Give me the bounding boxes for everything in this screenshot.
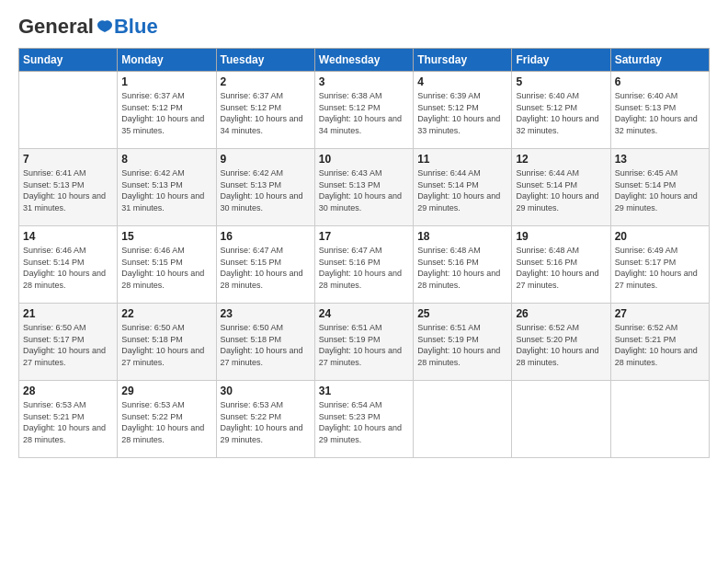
day-number: 5 <box>516 75 606 88</box>
day-info: Sunrise: 6:37 AMSunset: 5:12 PMDaylight:… <box>221 91 303 135</box>
day-info: Sunrise: 6:44 AMSunset: 5:14 PMDaylight:… <box>516 168 598 213</box>
day-info: Sunrise: 6:42 AMSunset: 5:13 PMDaylight:… <box>221 168 303 213</box>
day-number: 12 <box>516 153 606 166</box>
calendar-cell: 12 Sunrise: 6:44 AMSunset: 5:14 PMDaylig… <box>512 149 610 226</box>
day-number: 13 <box>615 153 705 166</box>
calendar-cell: 28 Sunrise: 6:53 AMSunset: 5:21 PMDaylig… <box>19 381 118 458</box>
calendar-cell: 30 Sunrise: 6:53 AMSunset: 5:22 PMDaylig… <box>216 381 314 458</box>
calendar-cell: 3 Sunrise: 6:38 AMSunset: 5:12 PMDayligh… <box>314 72 413 149</box>
day-number: 1 <box>121 75 211 88</box>
calendar-cell <box>512 381 610 458</box>
day-info: Sunrise: 6:53 AMSunset: 5:22 PMDaylight:… <box>121 400 204 444</box>
page: General Blue SundayMondayTuesdayWednesda… <box>0 0 728 563</box>
day-info: Sunrise: 6:51 AMSunset: 5:19 PMDaylight:… <box>319 323 402 367</box>
day-number: 30 <box>221 385 311 397</box>
day-number: 19 <box>516 230 606 243</box>
day-info: Sunrise: 6:46 AMSunset: 5:14 PMDaylight:… <box>23 246 106 290</box>
logo-blue-text: Blue <box>114 15 158 39</box>
day-info: Sunrise: 6:50 AMSunset: 5:18 PMDaylight:… <box>121 323 204 367</box>
calendar-cell: 5 Sunrise: 6:40 AMSunset: 5:12 PMDayligh… <box>512 72 610 149</box>
day-info: Sunrise: 6:40 AMSunset: 5:13 PMDaylight:… <box>615 91 698 135</box>
weekday-header: Thursday <box>414 49 512 72</box>
day-number: 3 <box>319 75 409 88</box>
weekday-header: Monday <box>118 49 216 72</box>
weekday-header: Friday <box>512 49 610 72</box>
day-number: 9 <box>221 153 311 166</box>
day-info: Sunrise: 6:50 AMSunset: 5:18 PMDaylight:… <box>221 323 303 367</box>
logo: General Blue <box>18 15 158 39</box>
day-number: 4 <box>417 75 507 88</box>
weekday-header: Wednesday <box>314 49 413 72</box>
calendar-cell: 31 Sunrise: 6:54 AMSunset: 5:23 PMDaylig… <box>314 381 413 458</box>
calendar-cell: 2 Sunrise: 6:37 AMSunset: 5:12 PMDayligh… <box>216 72 314 149</box>
calendar-cell: 16 Sunrise: 6:47 AMSunset: 5:15 PMDaylig… <box>216 226 314 304</box>
day-info: Sunrise: 6:37 AMSunset: 5:12 PMDaylight:… <box>121 91 204 135</box>
calendar-cell: 24 Sunrise: 6:51 AMSunset: 5:19 PMDaylig… <box>314 304 413 381</box>
calendar-cell: 25 Sunrise: 6:51 AMSunset: 5:19 PMDaylig… <box>414 304 512 381</box>
weekday-header-row: SundayMondayTuesdayWednesdayThursdayFrid… <box>19 49 710 72</box>
day-number: 17 <box>319 230 409 243</box>
calendar-cell: 29 Sunrise: 6:53 AMSunset: 5:22 PMDaylig… <box>118 381 216 458</box>
day-number: 6 <box>615 75 705 88</box>
day-info: Sunrise: 6:48 AMSunset: 5:16 PMDaylight:… <box>516 246 598 290</box>
day-number: 15 <box>121 230 211 243</box>
day-number: 14 <box>23 230 113 243</box>
day-number: 2 <box>221 75 311 88</box>
day-number: 16 <box>221 230 311 243</box>
calendar-cell: 10 Sunrise: 6:43 AMSunset: 5:13 PMDaylig… <box>314 149 413 226</box>
calendar-table: SundayMondayTuesdayWednesdayThursdayFrid… <box>18 48 710 458</box>
day-info: Sunrise: 6:51 AMSunset: 5:19 PMDaylight:… <box>417 323 500 367</box>
day-info: Sunrise: 6:53 AMSunset: 5:21 PMDaylight:… <box>23 400 106 444</box>
day-info: Sunrise: 6:48 AMSunset: 5:16 PMDaylight:… <box>417 246 500 290</box>
day-info: Sunrise: 6:52 AMSunset: 5:20 PMDaylight:… <box>516 323 598 367</box>
calendar-cell: 11 Sunrise: 6:44 AMSunset: 5:14 PMDaylig… <box>414 149 512 226</box>
calendar-week-row: 7 Sunrise: 6:41 AMSunset: 5:13 PMDayligh… <box>19 149 710 226</box>
day-number: 31 <box>319 385 409 397</box>
calendar-cell: 19 Sunrise: 6:48 AMSunset: 5:16 PMDaylig… <box>512 226 610 304</box>
calendar-cell <box>610 381 709 458</box>
day-number: 8 <box>121 153 211 166</box>
day-number: 29 <box>121 385 211 397</box>
day-info: Sunrise: 6:39 AMSunset: 5:12 PMDaylight:… <box>417 91 500 135</box>
calendar-cell: 13 Sunrise: 6:45 AMSunset: 5:14 PMDaylig… <box>610 149 709 226</box>
logo-bird-icon <box>96 19 114 34</box>
day-number: 18 <box>417 230 507 243</box>
day-number: 10 <box>319 153 409 166</box>
day-number: 20 <box>615 230 705 243</box>
header: General Blue <box>18 15 710 39</box>
calendar-cell: 17 Sunrise: 6:47 AMSunset: 5:16 PMDaylig… <box>314 226 413 304</box>
calendar-cell: 6 Sunrise: 6:40 AMSunset: 5:13 PMDayligh… <box>610 72 709 149</box>
calendar-cell: 4 Sunrise: 6:39 AMSunset: 5:12 PMDayligh… <box>414 72 512 149</box>
calendar-cell: 18 Sunrise: 6:48 AMSunset: 5:16 PMDaylig… <box>414 226 512 304</box>
day-info: Sunrise: 6:49 AMSunset: 5:17 PMDaylight:… <box>615 246 698 290</box>
day-info: Sunrise: 6:41 AMSunset: 5:13 PMDaylight:… <box>23 168 106 213</box>
day-info: Sunrise: 6:52 AMSunset: 5:21 PMDaylight:… <box>615 323 698 367</box>
day-info: Sunrise: 6:43 AMSunset: 5:13 PMDaylight:… <box>319 168 402 213</box>
calendar-cell: 22 Sunrise: 6:50 AMSunset: 5:18 PMDaylig… <box>118 304 216 381</box>
calendar-cell: 14 Sunrise: 6:46 AMSunset: 5:14 PMDaylig… <box>19 226 118 304</box>
calendar-cell <box>19 72 118 149</box>
calendar-week-row: 14 Sunrise: 6:46 AMSunset: 5:14 PMDaylig… <box>19 226 710 304</box>
day-number: 21 <box>23 307 113 320</box>
calendar-cell: 21 Sunrise: 6:50 AMSunset: 5:17 PMDaylig… <box>19 304 118 381</box>
day-number: 24 <box>319 307 409 320</box>
day-number: 22 <box>121 307 211 320</box>
calendar-week-row: 1 Sunrise: 6:37 AMSunset: 5:12 PMDayligh… <box>19 72 710 149</box>
calendar-cell: 23 Sunrise: 6:50 AMSunset: 5:18 PMDaylig… <box>216 304 314 381</box>
day-info: Sunrise: 6:53 AMSunset: 5:22 PMDaylight:… <box>221 400 303 444</box>
day-number: 26 <box>516 307 606 320</box>
calendar-cell: 8 Sunrise: 6:42 AMSunset: 5:13 PMDayligh… <box>118 149 216 226</box>
calendar-cell: 20 Sunrise: 6:49 AMSunset: 5:17 PMDaylig… <box>610 226 709 304</box>
day-number: 25 <box>417 307 507 320</box>
day-info: Sunrise: 6:42 AMSunset: 5:13 PMDaylight:… <box>121 168 204 213</box>
day-number: 7 <box>23 153 113 166</box>
calendar-cell: 7 Sunrise: 6:41 AMSunset: 5:13 PMDayligh… <box>19 149 118 226</box>
calendar-week-row: 28 Sunrise: 6:53 AMSunset: 5:21 PMDaylig… <box>19 381 710 458</box>
day-number: 23 <box>221 307 311 320</box>
calendar-cell: 15 Sunrise: 6:46 AMSunset: 5:15 PMDaylig… <box>118 226 216 304</box>
calendar-cell: 26 Sunrise: 6:52 AMSunset: 5:20 PMDaylig… <box>512 304 610 381</box>
day-info: Sunrise: 6:46 AMSunset: 5:15 PMDaylight:… <box>121 246 204 290</box>
day-info: Sunrise: 6:47 AMSunset: 5:16 PMDaylight:… <box>319 246 402 290</box>
logo-general-text: General <box>18 15 94 39</box>
weekday-header: Sunday <box>19 49 118 72</box>
